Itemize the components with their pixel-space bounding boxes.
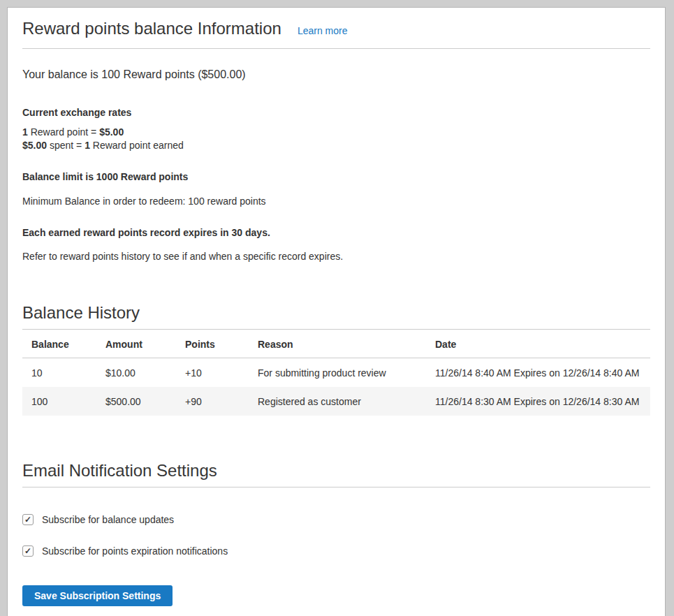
rate-mid-text: Reward point = bbox=[28, 126, 99, 138]
save-subscription-button[interactable]: Save Subscription Settings bbox=[22, 585, 173, 606]
balance-history-heading: Balance History bbox=[22, 302, 650, 330]
cell-date: 11/26/14 8:40 AM Expires on 12/26/14 8:4… bbox=[435, 358, 650, 388]
checkmark-icon: ✓ bbox=[24, 515, 31, 524]
page-title: Reward points balance Information bbox=[22, 18, 281, 39]
earned-points-value: 1 bbox=[85, 140, 90, 151]
checkmark-icon: ✓ bbox=[24, 547, 31, 555]
table-row: 100 $500.00 +90 Registered as customer 1… bbox=[22, 387, 650, 416]
earned-suffix-text: Reward point earned bbox=[90, 140, 184, 151]
cell-balance: 100 bbox=[22, 387, 105, 416]
points-expiration-option: ✓ Subscribe for points expiration notifi… bbox=[22, 545, 650, 557]
rate-points-value: 1 bbox=[22, 126, 28, 138]
column-header-points: Points bbox=[185, 330, 258, 358]
page-header: Reward points balance Information Learn … bbox=[22, 8, 650, 49]
exchange-rates-heading: Current exchange rates bbox=[22, 106, 650, 119]
exchange-rates: 1 Reward point = $5.00 $5.00 spent = 1 R… bbox=[22, 126, 650, 152]
column-header-amount: Amount bbox=[105, 330, 185, 358]
points-expiration-label[interactable]: Subscribe for points expiration notifica… bbox=[42, 545, 228, 557]
table-header-row: Balance Amount Points Reason Date bbox=[22, 330, 650, 358]
learn-more-link[interactable]: Learn more bbox=[298, 25, 348, 36]
cell-amount: $500.00 bbox=[105, 387, 185, 416]
balance-updates-label[interactable]: Subscribe for balance updates bbox=[42, 514, 174, 525]
cell-reason: For submitting product review bbox=[258, 358, 435, 388]
balance-limit-note: Balance limit is 1000 Reward points bbox=[22, 170, 650, 184]
column-header-reason: Reason bbox=[258, 330, 435, 358]
rate-amount-value: $5.00 bbox=[99, 126, 124, 138]
reward-points-card: Reward points balance Information Learn … bbox=[7, 7, 666, 616]
expiration-note: Each earned reward points record expires… bbox=[22, 226, 650, 240]
cell-date: 11/26/14 8:30 AM Expires on 12/26/14 8:3… bbox=[435, 387, 650, 416]
cell-balance: 10 bbox=[22, 358, 105, 388]
spend-mid-text: spent = bbox=[47, 140, 85, 151]
balance-updates-option: ✓ Subscribe for balance updates bbox=[22, 514, 650, 525]
cell-amount: $10.00 bbox=[105, 358, 185, 388]
points-expiration-checkbox[interactable]: ✓ bbox=[22, 545, 34, 557]
email-settings-heading: Email Notification Settings bbox=[22, 460, 650, 487]
column-header-date: Date bbox=[435, 330, 650, 358]
table-row: 10 $10.00 +10 For submitting product rev… bbox=[22, 358, 650, 388]
column-header-balance: Balance bbox=[22, 330, 105, 358]
cell-reason: Registered as customer bbox=[258, 387, 435, 416]
rate-points-to-currency: 1 Reward point = $5.00 bbox=[22, 126, 650, 139]
expiration-hint: Refer to reward points history to see if… bbox=[22, 250, 650, 263]
minimum-redeem-note: Minimum Balance in order to redeem: 100 … bbox=[22, 195, 650, 208]
spend-amount-value: $5.00 bbox=[22, 140, 47, 151]
balance-updates-checkbox[interactable]: ✓ bbox=[22, 514, 34, 525]
rate-currency-to-points: $5.00 spent = 1 Reward point earned bbox=[22, 139, 650, 152]
balance-summary: Your balance is 100 Reward points ($500.… bbox=[22, 68, 650, 82]
balance-history-table: Balance Amount Points Reason Date 10 $10… bbox=[22, 330, 650, 416]
cell-points: +90 bbox=[185, 387, 258, 416]
cell-points: +10 bbox=[185, 358, 258, 388]
